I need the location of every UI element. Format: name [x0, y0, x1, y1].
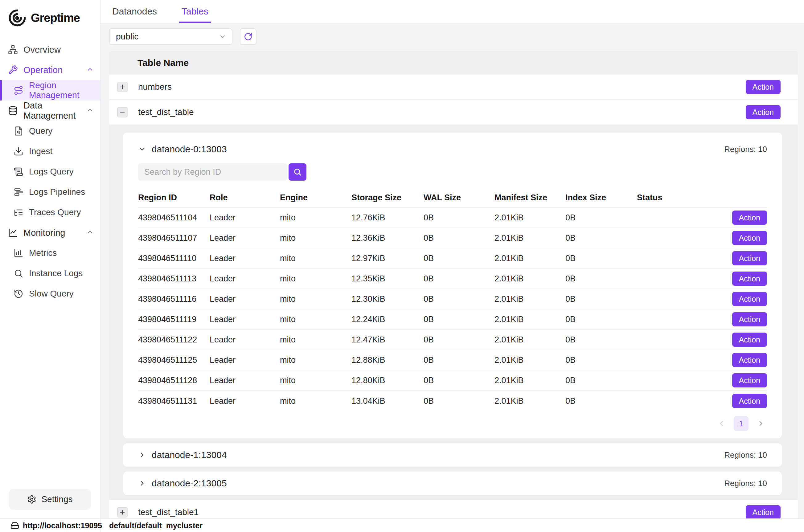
- collapse-minus-icon[interactable]: [117, 107, 128, 117]
- scroll-text-icon: [14, 167, 23, 177]
- gear-icon: [27, 495, 36, 504]
- datanode-1-header[interactable]: datanode-1:13004 Regions: 10: [123, 443, 782, 467]
- datanode-title: datanode-1:13004: [152, 450, 227, 460]
- sidebar-item-logs-pipelines[interactable]: Logs Pipelines: [0, 182, 100, 202]
- regions-count: Regions: 10: [724, 450, 767, 460]
- next-page-button[interactable]: [755, 417, 767, 430]
- datanode-title: datanode-2:13005: [152, 478, 227, 489]
- cell-index: 0B: [566, 396, 637, 406]
- cell-index: 0B: [566, 315, 637, 324]
- cell-index: 0B: [566, 355, 637, 365]
- cell-index: 0B: [566, 213, 637, 223]
- sidebar-item-label: Data Management: [23, 100, 81, 121]
- region-action-button[interactable]: Action: [732, 332, 767, 347]
- refresh-button[interactable]: [240, 28, 256, 45]
- status-bar: http://localhost:19095 default/default_m…: [0, 518, 804, 532]
- chevron-right-icon: [138, 479, 146, 487]
- cell-storage: 12.47KiB: [351, 335, 424, 345]
- page-1-button[interactable]: 1: [734, 416, 748, 431]
- history-clock-icon: [14, 289, 23, 299]
- region-action-button[interactable]: Action: [732, 210, 767, 225]
- cell-manifest: 2.01KiB: [495, 294, 566, 304]
- region-row: 4398046511122Leadermito12.47KiB0B2.01KiB…: [138, 330, 767, 350]
- sidebar-item-ingest[interactable]: Ingest: [0, 141, 100, 162]
- sidebar-item-label: Ingest: [29, 147, 52, 156]
- search-icon: [293, 168, 302, 176]
- cell-role: Leader: [210, 254, 280, 263]
- sidebar-item-traces-query[interactable]: Traces Query: [0, 202, 100, 223]
- column-header: Region ID: [138, 193, 210, 203]
- cell-role: Leader: [210, 335, 280, 345]
- cell-manifest: 2.01KiB: [495, 335, 566, 345]
- region-action-button[interactable]: Action: [732, 292, 767, 306]
- search-button[interactable]: [289, 163, 306, 180]
- datanode-2-header[interactable]: datanode-2:13005 Regions: 10: [123, 472, 782, 495]
- region-search-input[interactable]: [138, 163, 287, 180]
- cell-manifest: 2.01KiB: [495, 254, 566, 263]
- region-action-button[interactable]: Action: [732, 271, 767, 286]
- cell-wal: 0B: [424, 396, 495, 406]
- regions-count: Regions: 10: [724, 479, 767, 488]
- toolbar: public: [109, 28, 798, 45]
- sidebar-item-query[interactable]: Query: [0, 121, 100, 141]
- sidebar-item-logs-query[interactable]: Logs Query: [0, 162, 100, 182]
- table-action-button[interactable]: Action: [746, 80, 781, 94]
- region-row: 4398046511119Leadermito12.24KiB0B2.01KiB…: [138, 309, 767, 330]
- cell-region_id: 4398046511119: [138, 315, 210, 324]
- tab-datanodes[interactable]: Datanodes: [110, 0, 159, 23]
- prev-page-button[interactable]: [715, 417, 728, 430]
- datanode-0-header[interactable]: datanode-0:13003 Regions: 10: [138, 140, 767, 158]
- region-action-button[interactable]: Action: [732, 312, 767, 326]
- database-icon: [8, 106, 18, 116]
- sidebar-item-instance-logs[interactable]: Instance Logs: [0, 263, 100, 284]
- cell-role: Leader: [210, 376, 280, 385]
- cell-region_id: 4398046511104: [138, 213, 210, 223]
- chevron-down-icon: [219, 33, 226, 40]
- main-area: DatanodesTables public: [100, 0, 804, 518]
- region-action-button[interactable]: Action: [732, 373, 767, 387]
- region-row: 4398046511107Leadermito12.36KiB0B2.01KiB…: [138, 228, 767, 248]
- sidebar-item-operation[interactable]: Operation: [0, 60, 100, 80]
- table-row-test-dist-table1: test_dist_table1 Action: [109, 500, 798, 518]
- region-action-button[interactable]: Action: [732, 231, 767, 245]
- cell-region_id: 4398046511125: [138, 355, 210, 365]
- sidebar-item-overview[interactable]: Overview: [0, 39, 100, 60]
- app-shell: Greptime OverviewOperationRegion Managem…: [0, 0, 804, 518]
- sidebar-item-metrics[interactable]: Metrics: [0, 243, 100, 263]
- sidebar-item-slow-query[interactable]: Slow Query: [0, 284, 100, 304]
- download-icon: [14, 147, 23, 156]
- table-action-button[interactable]: Action: [746, 505, 781, 518]
- table-name: numbers: [138, 82, 172, 92]
- server-url: http://localhost:19095: [0, 519, 100, 532]
- cell-storage: 12.88KiB: [351, 355, 424, 365]
- table-action-button[interactable]: Action: [746, 105, 781, 119]
- column-header: Index Size: [566, 193, 637, 203]
- cell-engine: mito: [280, 355, 351, 365]
- cell-storage: 12.30KiB: [351, 294, 424, 304]
- cell-manifest: 2.01KiB: [495, 233, 566, 243]
- sidebar-item-data-management[interactable]: Data Management: [0, 100, 100, 121]
- region-action-button[interactable]: Action: [732, 353, 767, 367]
- table-name-header: Table Name: [109, 51, 798, 75]
- expand-plus-icon[interactable]: [117, 82, 128, 92]
- sidebar-nav: OverviewOperationRegion ManagementData M…: [0, 32, 100, 489]
- tables-list: Table Name numbers Action test_dist_: [109, 51, 798, 518]
- cell-engine: mito: [280, 294, 351, 304]
- metrics-icon: [14, 248, 23, 258]
- sidebar-item-monitoring[interactable]: Monitoring: [0, 223, 100, 243]
- expand-plus-icon[interactable]: [117, 507, 128, 517]
- cell-manifest: 2.01KiB: [495, 355, 566, 365]
- sidebar-item-label: Instance Logs: [29, 268, 83, 278]
- settings-button[interactable]: Settings: [8, 489, 91, 510]
- region-action-button[interactable]: Action: [732, 394, 767, 408]
- cell-region_id: 4398046511128: [138, 376, 210, 385]
- database-select[interactable]: public: [109, 28, 232, 45]
- sidebar-item-label: Logs Query: [29, 167, 74, 177]
- cell-manifest: 2.01KiB: [495, 376, 566, 385]
- cell-manifest: 2.01KiB: [495, 396, 566, 406]
- cluster-name: default/default_mycluster: [100, 521, 203, 530]
- cell-wal: 0B: [424, 294, 495, 304]
- sidebar-item-region-management[interactable]: Region Management: [0, 80, 100, 100]
- region-action-button[interactable]: Action: [732, 251, 767, 265]
- tab-tables[interactable]: Tables: [179, 0, 211, 23]
